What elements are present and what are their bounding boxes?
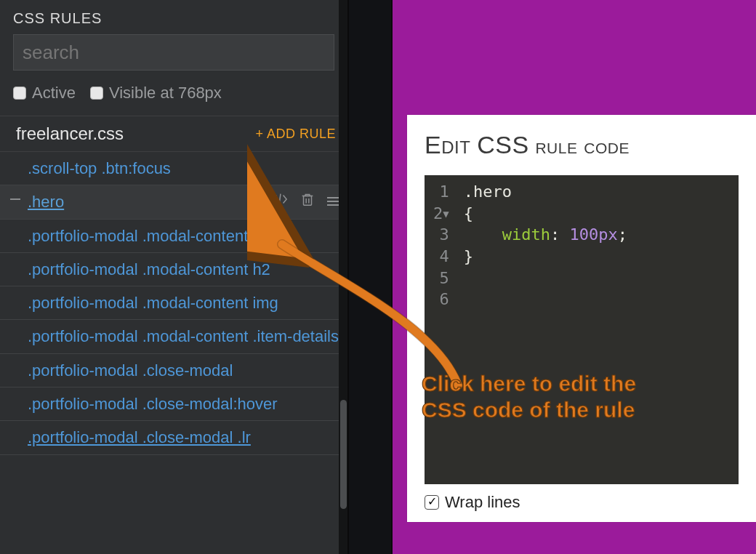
search-wrap bbox=[0, 34, 347, 81]
rule-item[interactable]: .portfolio-modal .modal-content .item-de… bbox=[0, 320, 347, 353]
file-name: freelancer.css bbox=[16, 124, 124, 144]
rule-label: .portfolio-modal .close-modal bbox=[28, 361, 233, 380]
svg-rect-1 bbox=[304, 196, 312, 206]
panel-divider bbox=[347, 0, 393, 554]
delete-icon[interactable] bbox=[299, 191, 315, 211]
rule-label: .portfolio-modal .modal-content .item-de… bbox=[28, 327, 339, 345]
editor-title: Edit CSS rule code bbox=[425, 131, 739, 159]
rule-label: .portfolio-modal .close-modal:hover bbox=[28, 395, 278, 413]
line-number: 1 bbox=[433, 181, 449, 203]
rule-label: .portfolio-modal .close-modal .lr bbox=[28, 428, 251, 446]
rule-list[interactable]: .scroll-top .btn:focus .hero .portfolio-… bbox=[0, 152, 347, 554]
filter-active[interactable]: Active bbox=[13, 84, 76, 103]
rule-label: .portfolio-modal .modal-content h2 bbox=[28, 260, 270, 278]
rule-item[interactable]: .scroll-top .btn:focus bbox=[0, 152, 347, 185]
rule-item[interactable]: .portfolio-modal .modal-content h2 bbox=[0, 253, 347, 286]
rule-label: .scroll-top .btn:focus bbox=[28, 159, 171, 177]
rule-item[interactable]: .portfolio-modal .modal-content bbox=[0, 220, 347, 253]
rule-item[interactable]: .portfolio-modal .modal-content img bbox=[0, 286, 347, 320]
fold-icon[interactable]: ▼ bbox=[443, 207, 449, 221]
code-selector: .hero bbox=[464, 182, 512, 201]
filter-row: Active Visible at 768px bbox=[0, 81, 347, 116]
filter-active-label: Active bbox=[32, 84, 76, 103]
line-number: 6 bbox=[433, 289, 449, 310]
checkbox-icon[interactable] bbox=[13, 87, 26, 100]
rule-item[interactable]: .portfolio-modal .close-modal:hover bbox=[0, 388, 347, 421]
filter-visible[interactable]: Visible at 768px bbox=[90, 84, 222, 103]
line-number: 3 bbox=[433, 224, 449, 246]
panel-title: CSS RULES bbox=[0, 0, 347, 34]
annotation-marker bbox=[247, 240, 265, 245]
edit-css-card: Edit CSS rule code 1 2 ▼ 3 4 5 6 .hero {… bbox=[407, 115, 756, 522]
rule-label: .portfolio-modal .modal-content bbox=[28, 227, 248, 245]
line-number: 2 bbox=[433, 204, 443, 222]
line-gutter: 1 2 ▼ 3 4 5 6 bbox=[425, 175, 455, 484]
rule-item[interactable]: .portfolio-modal .close-modal .lr bbox=[0, 421, 347, 454]
filter-visible-label: Visible at 768px bbox=[109, 84, 222, 103]
collapse-icon[interactable] bbox=[10, 198, 20, 200]
line-number: 4 bbox=[433, 246, 449, 268]
code-value: 100px bbox=[569, 225, 617, 244]
rule-item[interactable]: .portfolio-modal .close-modal bbox=[0, 354, 347, 388]
scrollbar-thumb[interactable] bbox=[340, 400, 347, 509]
line-number: 5 bbox=[433, 268, 449, 289]
editor-title-word: CSS bbox=[477, 131, 528, 158]
rule-item-selected[interactable]: .hero bbox=[0, 185, 347, 219]
rule-label: .hero bbox=[28, 193, 64, 211]
checkbox-icon[interactable] bbox=[90, 87, 103, 100]
code-content[interactable]: .hero { width: 100px; } bbox=[455, 175, 739, 484]
edit-code-icon[interactable] bbox=[272, 191, 288, 211]
preview-area: Edit CSS rule code 1 2 ▼ 3 4 5 6 .hero {… bbox=[393, 0, 756, 554]
editor-title-word: Edit bbox=[425, 131, 470, 158]
wrap-lines-row[interactable]: Wrap lines bbox=[425, 484, 739, 512]
wrap-lines-checkbox[interactable] bbox=[425, 495, 439, 510]
editor-title-word: rule code bbox=[535, 134, 630, 158]
code-property: width bbox=[502, 225, 550, 244]
rule-label: .portfolio-modal .modal-content img bbox=[28, 294, 278, 312]
scrollbar-track[interactable] bbox=[339, 0, 347, 554]
wrap-lines-label: Wrap lines bbox=[445, 493, 520, 512]
svg-line-0 bbox=[279, 194, 281, 205]
add-rule-button[interactable]: + ADD RULE bbox=[255, 127, 336, 142]
search-input[interactable] bbox=[13, 34, 334, 71]
css-rules-panel: CSS RULES Active Visible at 768px freela… bbox=[0, 0, 347, 554]
file-header: freelancer.css + ADD RULE bbox=[0, 116, 347, 152]
code-editor[interactable]: 1 2 ▼ 3 4 5 6 .hero { width: 100px; } bbox=[425, 175, 739, 484]
